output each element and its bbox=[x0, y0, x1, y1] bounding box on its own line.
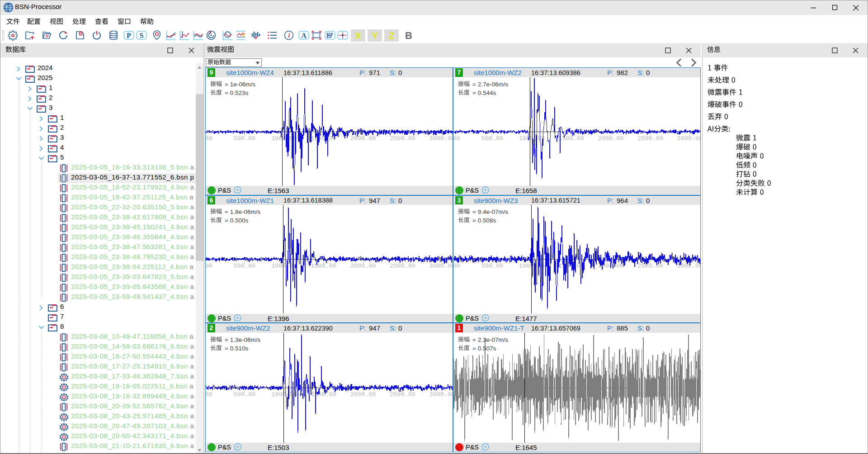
svg-text:2000.00: 2000.00 bbox=[350, 263, 376, 270]
svg-text:2000.00: 2000.00 bbox=[350, 391, 376, 398]
svg-text:3000.00: 3000.00 bbox=[677, 135, 700, 142]
svg-text:2500.00: 2500.00 bbox=[390, 391, 415, 398]
svg-text:A: A bbox=[301, 32, 307, 39]
svg-text:500.00: 500.00 bbox=[234, 391, 256, 398]
svg-text:500.00: 500.00 bbox=[481, 135, 504, 142]
svg-text:0.00: 0.00 bbox=[206, 135, 212, 142]
svg-text:2500.00: 2500.00 bbox=[390, 263, 415, 270]
svg-text:3000.00: 3000.00 bbox=[429, 135, 453, 142]
svg-text:2500.00: 2500.00 bbox=[637, 135, 663, 142]
svg-text:1500.00: 1500.00 bbox=[558, 135, 584, 142]
svg-text:2500.00: 2500.00 bbox=[637, 263, 663, 270]
svg-text:2500.00: 2500.00 bbox=[390, 135, 415, 142]
svg-text:3000.00: 3000.00 bbox=[429, 263, 453, 270]
svg-text:S: S bbox=[140, 32, 144, 39]
svg-text:500.00: 500.00 bbox=[234, 263, 256, 270]
svg-text:2000.00: 2000.00 bbox=[598, 135, 624, 142]
svg-text:P: P bbox=[127, 32, 131, 39]
svg-text:0.00: 0.00 bbox=[453, 263, 460, 270]
svg-text:1500.00: 1500.00 bbox=[311, 391, 336, 398]
svg-text:0.00: 0.00 bbox=[206, 263, 212, 270]
svg-text:0.00: 0.00 bbox=[206, 391, 212, 398]
svg-text:500.00: 500.00 bbox=[234, 135, 256, 142]
svg-text:i: i bbox=[288, 32, 290, 39]
svg-text:0.00: 0.00 bbox=[453, 135, 460, 142]
svg-text:1000.00: 1000.00 bbox=[519, 135, 545, 142]
svg-text:1500.00: 1500.00 bbox=[311, 263, 336, 270]
svg-text:500.00: 500.00 bbox=[481, 263, 504, 270]
svg-text:3000.00: 3000.00 bbox=[429, 391, 453, 398]
svg-text:3000.00: 3000.00 bbox=[677, 263, 700, 270]
svg-text:2000.00: 2000.00 bbox=[350, 135, 376, 142]
